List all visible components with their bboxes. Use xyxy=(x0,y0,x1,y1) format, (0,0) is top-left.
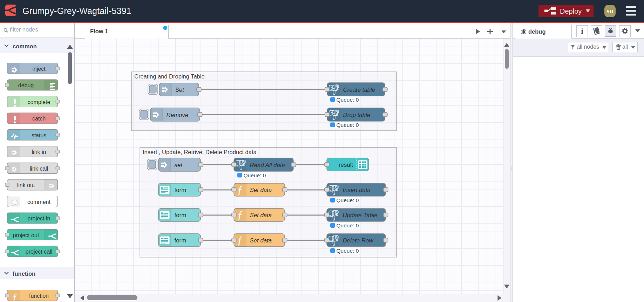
svg-text:Set: Set xyxy=(175,87,185,93)
svg-text:project out: project out xyxy=(13,232,39,238)
svg-text:form: form xyxy=(175,187,187,193)
svg-text:common: common xyxy=(13,43,37,49)
svg-text:set: set xyxy=(175,162,183,169)
svg-text:Create table: Create table xyxy=(343,87,375,93)
svg-text:Set data: Set data xyxy=(250,187,272,193)
svg-text:status: status xyxy=(32,132,47,138)
svg-text:link in: link in xyxy=(32,149,46,155)
svg-text:project in: project in xyxy=(28,215,50,221)
svg-text:inject: inject xyxy=(32,66,46,72)
svg-text:Queue: 0: Queue: 0 xyxy=(337,222,359,228)
svg-text:link out: link out xyxy=(17,182,35,188)
svg-text:comment: comment xyxy=(27,199,50,205)
svg-text:function: function xyxy=(29,293,49,299)
svg-text:function: function xyxy=(13,270,35,277)
svg-text:Insert data: Insert data xyxy=(343,187,371,193)
svg-text:result: result xyxy=(339,162,353,168)
svg-text:Set data: Set data xyxy=(250,237,272,244)
svg-text:complete: complete xyxy=(28,99,50,105)
svg-text:form: form xyxy=(175,212,187,219)
svg-text:Queue: 0: Queue: 0 xyxy=(337,122,359,128)
svg-text:project call: project call xyxy=(26,249,52,255)
svg-text:Queue: 0: Queue: 0 xyxy=(337,197,359,203)
svg-text:link call: link call xyxy=(30,166,48,172)
svg-text:form: form xyxy=(175,237,187,244)
svg-text:ƒ: ƒ xyxy=(237,234,243,246)
svg-text:catch: catch xyxy=(32,116,46,122)
svg-text:Update Table: Update Table xyxy=(343,212,378,219)
svg-text:debug: debug xyxy=(18,82,34,88)
svg-text:Set data: Set data xyxy=(250,212,272,219)
svg-text:ƒ: ƒ xyxy=(12,291,17,302)
svg-text:Read All data: Read All data xyxy=(250,162,285,169)
svg-text:Insert , Update, Retrive, Dele: Insert , Update, Retrive, Delete Product… xyxy=(143,149,257,155)
svg-text:Queue: 0: Queue: 0 xyxy=(337,97,359,103)
svg-text:i: i xyxy=(581,27,583,35)
svg-text:Delete Row: Delete Row xyxy=(343,237,374,244)
svg-text:ƒ: ƒ xyxy=(237,184,243,196)
svg-text:Creating and Droping Table: Creating and Droping Table xyxy=(134,73,205,80)
svg-text:Drop table: Drop table xyxy=(343,112,370,118)
svg-text:Queue: 0: Queue: 0 xyxy=(244,172,266,178)
svg-text:Remove: Remove xyxy=(167,112,188,118)
svg-text:Queue: 0: Queue: 0 xyxy=(337,248,359,254)
svg-text:ƒ: ƒ xyxy=(237,209,243,221)
